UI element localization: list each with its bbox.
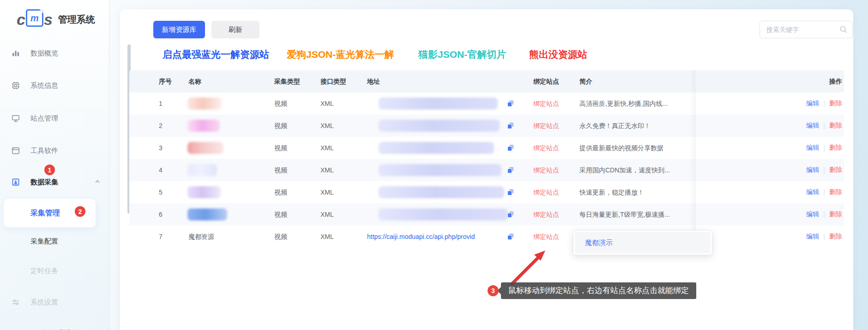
edit-link[interactable]: 编辑 — [806, 188, 819, 196]
search-icon[interactable] — [839, 25, 848, 34]
action-separator: | — [823, 122, 825, 129]
bind-site-link[interactable]: 绑定站点 — [533, 137, 559, 159]
bind-site-link[interactable]: 绑定站点 — [533, 92, 559, 115]
resource-description: 采用国内CDN加速，速度快到... — [579, 159, 693, 181]
resource-description: 永久免费！真正无水印！ — [579, 115, 693, 137]
copy-icon[interactable] — [507, 211, 514, 218]
api-type: XML — [320, 226, 334, 248]
edit-link[interactable]: 编辑 — [806, 122, 819, 130]
table-header — [129, 70, 844, 92]
app-window-icon — [12, 147, 20, 155]
quick-link[interactable]: 爱狗JSON-蓝光算法一解 — [287, 48, 394, 61]
resource-name-redacted — [187, 186, 221, 198]
copy-icon[interactable] — [507, 233, 514, 240]
column-header-type: 采集类型 — [274, 70, 300, 92]
app-window: c m s 管理系统 数据概览 系统信息 — [0, 0, 868, 330]
resource-description: 提供最新最快的视频分享数据 — [579, 137, 693, 159]
add-resource-button[interactable]: 新增资源库 — [153, 21, 205, 38]
sidebar-item-data-overview[interactable]: 数据概览 — [0, 44, 109, 62]
sidebar-item-scheduled-tasks[interactable]: 定时任务 — [0, 262, 109, 280]
chevron-up-icon[interactable] — [94, 178, 101, 185]
resource-description: 快速更新，稳定播放！ — [579, 181, 693, 203]
action-separator: | — [823, 166, 825, 174]
step-badge-2: 2 — [75, 206, 85, 217]
row-number: 6 — [159, 203, 163, 226]
sidebar-item-tools[interactable]: 工具软件 — [0, 141, 109, 160]
copy-icon[interactable] — [507, 100, 514, 107]
column-header-ops: 操作 — [829, 70, 842, 92]
delete-link[interactable]: 删除 — [829, 210, 842, 219]
sidebar-item-collection-config[interactable]: 采集配置 — [0, 232, 109, 251]
collect-type: 视频 — [274, 115, 287, 137]
refresh-button[interactable]: 刷新 — [211, 21, 259, 38]
api-type: XML — [320, 181, 334, 203]
resource-name-redacted — [187, 98, 222, 110]
sidebar-item-clear-cache[interactable]: 清理缓存 — [0, 324, 109, 330]
add-resource-button-label: 新增资源库 — [162, 25, 197, 34]
collect-type: 视频 — [274, 137, 287, 159]
logo-document-icon: m — [26, 9, 43, 27]
edit-link[interactable]: 编辑 — [806, 99, 819, 108]
quick-link[interactable]: 猫影JSON-官解切片 — [418, 48, 506, 61]
search-input[interactable] — [766, 21, 837, 38]
row-actions: 编辑|删除 — [806, 159, 842, 181]
chip-icon — [12, 81, 20, 90]
delete-link[interactable]: 删除 — [829, 188, 842, 196]
sidebar-item-label: 工具软件 — [30, 141, 58, 160]
bind-site-link[interactable]: 绑定站点 — [533, 203, 559, 226]
search-box — [760, 21, 853, 38]
delete-link[interactable]: 删除 — [829, 166, 842, 174]
copy-icon[interactable] — [507, 189, 514, 196]
copy-icon[interactable] — [507, 166, 514, 174]
resource-url-redacted — [379, 186, 504, 198]
bind-site-link[interactable]: 绑定站点 — [533, 181, 559, 203]
column-header-api: 接口类型 — [320, 70, 346, 92]
resource-description: 每日海量更新,T级带宽,极速播... — [579, 203, 693, 226]
bind-site-link[interactable]: 绑定站点 — [533, 226, 559, 248]
api-type: XML — [320, 137, 334, 159]
column-header-bind: 绑定站点 — [533, 70, 559, 92]
row-number: 1 — [159, 92, 163, 115]
sidebar-item-system-info[interactable]: 系统信息 — [0, 76, 109, 95]
resource-url-redacted — [379, 164, 501, 176]
column-header-name: 名称 — [188, 70, 201, 92]
copy-icon[interactable] — [507, 122, 514, 129]
action-separator: | — [823, 100, 825, 107]
delete-link[interactable]: 删除 — [829, 232, 842, 241]
bind-site-link[interactable]: 绑定站点 — [533, 159, 559, 181]
sidebar: c m s 管理系统 数据概览 系统信息 — [0, 0, 109, 330]
copy-icon[interactable] — [507, 144, 514, 152]
resource-url-redacted — [379, 120, 500, 132]
popup-item[interactable]: 魔都演示 — [575, 232, 711, 253]
delete-link[interactable]: 删除 — [829, 122, 842, 130]
site-link[interactable]: 魔都演示 — [585, 232, 613, 253]
row-number: 7 — [159, 226, 163, 248]
action-separator: | — [823, 144, 825, 152]
quick-link[interactable]: 熊出没资源站 — [529, 48, 587, 61]
resource-url[interactable]: https://caiji.moduapi.cc/api.php/provid — [367, 226, 497, 248]
sidebar-item-label: 系统设置 — [30, 293, 58, 312]
sidebar-item-site-management[interactable]: 站点管理 — [0, 109, 109, 128]
sidebar-item-system-settings[interactable]: 系统设置 — [0, 293, 109, 312]
bind-site-link[interactable]: 绑定站点 — [533, 115, 559, 137]
delete-link[interactable]: 删除 — [829, 144, 842, 152]
table-row: 6视频XML绑定站点每日海量更新,T级带宽,极速播...编辑|删除 — [129, 203, 844, 226]
edit-link[interactable]: 编辑 — [806, 166, 819, 174]
table-row: 7魔都资源视频XMLhttps://caiji.moduapi.cc/api.p… — [129, 226, 844, 248]
resource-name: 魔都资源 — [188, 226, 214, 248]
sidebar-item-data-collection[interactable]: 数据采集 — [0, 173, 109, 191]
collect-type: 视频 — [274, 203, 287, 226]
api-type: XML — [320, 115, 334, 137]
edit-link[interactable]: 编辑 — [806, 232, 819, 241]
resource-name-redacted — [187, 120, 220, 132]
row-number: 4 — [159, 159, 163, 181]
sidebar-item-label: 站点管理 — [30, 109, 58, 128]
edit-link[interactable]: 编辑 — [806, 210, 819, 219]
column-header-desc: 简介 — [579, 70, 592, 92]
edit-link[interactable]: 编辑 — [806, 144, 819, 152]
sidebar-item-label: 采集配置 — [30, 232, 58, 251]
quick-link[interactable]: 启点最强蓝光一解资源站 — [163, 48, 269, 61]
collect-type: 视频 — [274, 226, 287, 248]
delete-link[interactable]: 删除 — [829, 99, 842, 108]
row-actions: 编辑|删除 — [806, 181, 842, 203]
